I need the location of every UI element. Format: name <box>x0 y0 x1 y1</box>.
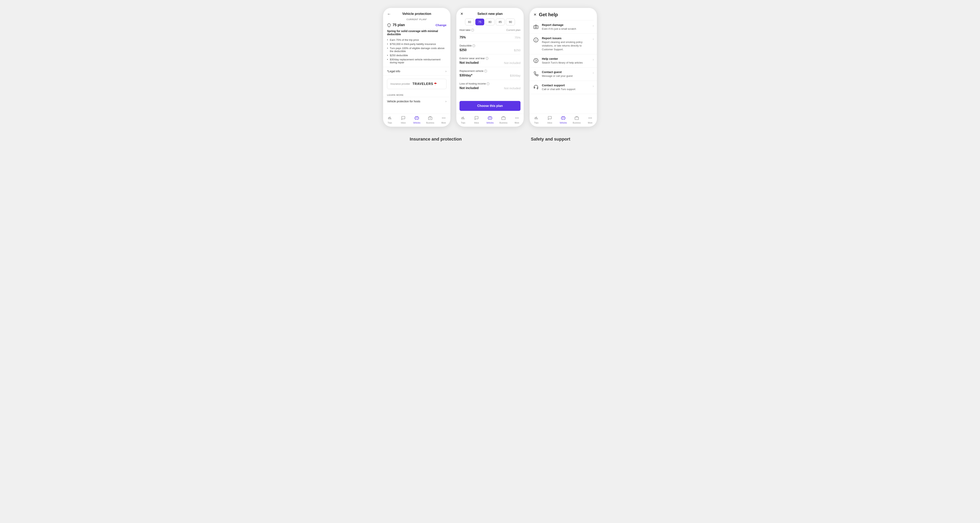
learn-more-label: LEARN MORE <box>383 92 450 97</box>
nav-trips-label-2: Trips <box>461 122 465 124</box>
plan-tab-80[interactable]: 80 <box>485 19 495 25</box>
plan-comparison-table: Host take i Current plan 75% 75% Deducti… <box>457 29 523 98</box>
inbox-icon <box>401 116 406 121</box>
close-button-2[interactable]: ✕ <box>460 12 463 16</box>
plan-tab-60[interactable]: 60 <box>465 19 474 25</box>
nav-business-2[interactable]: Business <box>498 116 508 124</box>
nav-inbox[interactable]: Inbox <box>398 116 408 124</box>
alert-circle-icon <box>533 37 539 43</box>
inbox-icon-3 <box>547 116 552 121</box>
replacement-info-icon[interactable]: i <box>484 70 487 72</box>
svg-point-32 <box>591 118 592 118</box>
bottom-nav-2: Trips Inbox Vehicles Business <box>457 114 523 127</box>
nav-business[interactable]: Business <box>425 116 435 124</box>
nav-more-label-3: More <box>588 122 593 124</box>
travelers-logo: TRAVELERS ☂ <box>412 82 437 86</box>
bullet-4: $250 deductible <box>387 53 447 57</box>
legal-info-link[interactable]: *Legal info › <box>383 67 450 76</box>
table-row-deductible: Deductible i $250 $250 <box>460 41 520 54</box>
nav-inbox-label-2: Inbox <box>474 122 479 124</box>
nav-vehicles-3[interactable]: Vehicles <box>558 116 568 124</box>
close-button-3[interactable]: ✕ <box>533 13 536 17</box>
nav-business-label: Business <box>426 122 434 124</box>
choose-plan-button[interactable]: Choose this plan <box>460 101 520 111</box>
table-col-headers: Host take i Current plan <box>460 29 520 33</box>
plan-row: 75 plan Change <box>383 23 450 29</box>
back-button[interactable]: ← <box>387 12 391 16</box>
nav-inbox-label-3: Inbox <box>547 122 552 124</box>
svg-point-2 <box>415 119 416 119</box>
svg-point-23 <box>534 59 538 63</box>
contact-guest-item[interactable]: Contact guest Message or call your guest… <box>530 67 597 81</box>
svg-point-17 <box>518 118 518 118</box>
table-row-host-take: 75% 75% <box>460 33 520 41</box>
bottom-section: Insurance and protection Safety and supp… <box>371 127 609 146</box>
svg-point-24 <box>536 61 536 62</box>
inbox-icon-2 <box>474 116 479 121</box>
phone-vehicle-protection: ← Vehicle protection CURRENT PLAN* 75 pl… <box>383 8 450 127</box>
nav-more-3[interactable]: More <box>585 116 595 124</box>
nav-inbox-2[interactable]: Inbox <box>472 116 482 124</box>
insurance-provider-box: Insurance provider TRAVELERS ☂ <box>387 79 447 89</box>
nav-vehicles-2[interactable]: Vehicles <box>485 116 495 124</box>
report-damage-item[interactable]: Report damage Even if it's just a small … <box>530 21 597 33</box>
help-center-item[interactable]: Help center Search Turo's library of hel… <box>530 54 597 67</box>
nav-more-2[interactable]: More <box>512 116 522 124</box>
svg-point-7 <box>442 118 442 118</box>
plan-tab-75[interactable]: 75 <box>475 19 484 25</box>
chevron-right-icon-5: › <box>593 84 594 88</box>
svg-point-3 <box>417 119 418 119</box>
trips-icon-2 <box>461 116 465 121</box>
bullet-1: Earn 75% of the trip price <box>387 38 447 42</box>
svg-rect-26 <box>561 117 565 119</box>
plan-tagline: Spring for solid coverage with minimal d… <box>383 29 450 38</box>
nav-more[interactable]: More <box>439 116 449 124</box>
phone2-title: Select new plan <box>477 12 503 16</box>
phone2-header: ✕ Select new plan <box>457 8 523 19</box>
plan-tab-90[interactable]: 90 <box>506 19 515 25</box>
nav-trips-2[interactable]: Trips <box>458 116 468 124</box>
phone-icon <box>533 71 539 77</box>
nav-trips-label: Trips <box>388 122 392 124</box>
deductible-info-icon[interactable]: i <box>473 45 475 47</box>
bottom-nav-3: Trips Inbox Vehicles Business <box>530 114 597 127</box>
income-info-icon[interactable]: i <box>487 83 489 85</box>
svg-rect-18 <box>534 26 538 29</box>
phone3-title: Get help <box>539 12 558 17</box>
business-icon-2 <box>501 116 506 121</box>
nav-inbox-3[interactable]: Inbox <box>545 116 555 124</box>
host-take-info-icon[interactable]: i <box>471 29 474 32</box>
phones-container: ← Vehicle protection CURRENT PLAN* 75 pl… <box>371 8 609 127</box>
nav-trips-3[interactable]: Trips <box>531 116 541 124</box>
bottom-nav-1: Trips Inbox Vehicles Business <box>383 114 450 127</box>
col-host-take: Host take i <box>460 29 474 32</box>
chevron-right-icon-2: › <box>593 37 594 41</box>
report-issues-item[interactable]: Report issues Report cleaning and smokin… <box>530 33 597 54</box>
current-plan-label: CURRENT PLAN* <box>383 17 450 23</box>
bottom-label-left: Insurance and protection <box>410 137 462 142</box>
exterior-info-icon[interactable]: i <box>486 57 488 60</box>
vehicles-icon <box>415 116 419 121</box>
business-icon-3 <box>574 116 579 121</box>
svg-point-8 <box>444 118 444 118</box>
headset-icon <box>533 84 539 90</box>
nav-vehicles[interactable]: Vehicles <box>412 116 422 124</box>
nav-business-3[interactable]: Business <box>572 116 582 124</box>
bullet-3: Turo pays 100% of eligible damage costs … <box>387 46 447 53</box>
vehicle-protection-link[interactable]: Vehicle protection for hosts › <box>383 97 450 105</box>
svg-point-31 <box>590 118 590 118</box>
plan-tab-85[interactable]: 85 <box>496 19 505 25</box>
bottom-label-right: Safety and support <box>531 137 570 142</box>
table-row-replacement: Replacement vehicle i $30/day* $30/day <box>460 67 520 79</box>
chevron-right-icon: › <box>445 100 447 103</box>
umbrella-icon: ☂ <box>434 82 437 86</box>
chevron-right-icon-3: › <box>593 58 594 61</box>
contact-support-item[interactable]: Contact support Call or chat with Turo s… <box>530 81 597 94</box>
change-plan-button[interactable]: Change <box>436 23 447 27</box>
nav-trips[interactable]: Trips <box>385 116 395 124</box>
chevron-right-icon-1: › <box>593 24 594 27</box>
trips-icon <box>388 116 392 121</box>
svg-point-12 <box>489 119 489 119</box>
shield-icon <box>387 23 391 27</box>
more-icon-3 <box>588 116 592 121</box>
